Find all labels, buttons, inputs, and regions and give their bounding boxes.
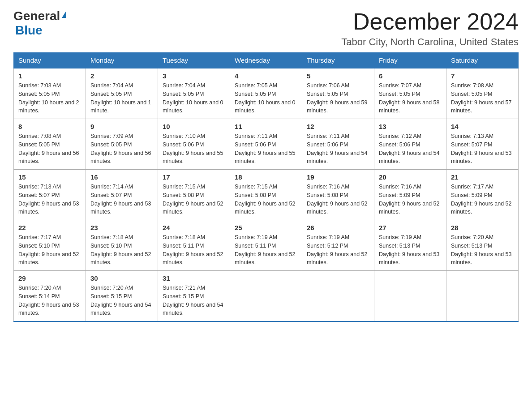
day-info: Sunrise: 7:19 AMSunset: 5:13 PMDaylight:… [379,233,442,267]
calendar-cell: 8Sunrise: 7:08 AMSunset: 5:05 PMDaylight… [14,119,86,170]
day-number: 21 [451,173,514,181]
day-number: 12 [307,123,369,130]
calendar-cell: 30Sunrise: 7:20 AMSunset: 5:15 PMDayligh… [86,271,158,322]
calendar-week-row: 8Sunrise: 7:08 AMSunset: 5:05 PMDaylight… [14,119,519,170]
calendar-cell: 18Sunrise: 7:15 AMSunset: 5:08 PMDayligh… [230,170,302,220]
day-number: 2 [90,72,153,80]
day-number: 11 [235,123,297,130]
day-number: 13 [379,123,442,130]
col-sunday: Sunday [14,53,86,68]
day-info: Sunrise: 7:09 AMSunset: 5:05 PMDaylight:… [90,132,153,166]
day-info: Sunrise: 7:15 AMSunset: 5:08 PMDaylight:… [163,183,225,216]
calendar-cell: 19Sunrise: 7:16 AMSunset: 5:08 PMDayligh… [302,170,374,220]
day-info: Sunrise: 7:10 AMSunset: 5:06 PMDaylight:… [163,132,225,166]
calendar-cell: 28Sunrise: 7:20 AMSunset: 5:13 PMDayligh… [446,220,519,271]
title-section: December 2024 Tabor City, North Carolina… [341,9,519,48]
col-tuesday: Tuesday [158,53,230,68]
calendar-cell: 31Sunrise: 7:21 AMSunset: 5:15 PMDayligh… [158,271,230,322]
calendar-cell: 29Sunrise: 7:20 AMSunset: 5:14 PMDayligh… [14,271,86,322]
day-number: 4 [235,72,297,80]
calendar-cell: 10Sunrise: 7:10 AMSunset: 5:06 PMDayligh… [158,119,230,170]
calendar-cell [374,271,446,322]
day-info: Sunrise: 7:07 AMSunset: 5:05 PMDaylight:… [379,81,442,115]
day-number: 30 [90,274,153,282]
day-number: 1 [18,72,81,80]
calendar-cell: 4Sunrise: 7:05 AMSunset: 5:05 PMDaylight… [230,68,302,119]
location-title: Tabor City, North Carolina, United State… [341,36,519,48]
day-info: Sunrise: 7:11 AMSunset: 5:06 PMDaylight:… [307,132,369,166]
calendar-cell: 16Sunrise: 7:14 AMSunset: 5:07 PMDayligh… [86,170,158,220]
calendar-week-row: 29Sunrise: 7:20 AMSunset: 5:14 PMDayligh… [14,271,519,322]
calendar-cell [302,271,374,322]
day-info: Sunrise: 7:17 AMSunset: 5:09 PMDaylight:… [451,183,514,216]
day-info: Sunrise: 7:14 AMSunset: 5:07 PMDaylight:… [90,183,153,216]
calendar-cell: 7Sunrise: 7:08 AMSunset: 5:05 PMDaylight… [446,68,519,119]
day-number: 9 [90,123,153,130]
day-number: 29 [18,274,81,282]
logo-blue-text: Blue [15,23,43,37]
day-number: 7 [451,72,514,80]
col-wednesday: Wednesday [230,53,302,68]
col-saturday: Saturday [446,53,519,68]
day-info: Sunrise: 7:11 AMSunset: 5:06 PMDaylight:… [235,132,297,166]
col-thursday: Thursday [302,53,374,68]
day-info: Sunrise: 7:05 AMSunset: 5:05 PMDaylight:… [235,81,297,115]
calendar-cell: 25Sunrise: 7:19 AMSunset: 5:11 PMDayligh… [230,220,302,271]
day-number: 3 [163,72,225,80]
day-info: Sunrise: 7:20 AMSunset: 5:15 PMDaylight:… [90,284,153,317]
day-info: Sunrise: 7:19 AMSunset: 5:11 PMDaylight:… [235,233,297,267]
logo: General Blue [13,9,66,38]
day-number: 15 [18,173,81,181]
day-info: Sunrise: 7:16 AMSunset: 5:08 PMDaylight:… [307,183,369,216]
day-number: 24 [163,224,225,231]
day-info: Sunrise: 7:13 AMSunset: 5:07 PMDaylight:… [18,183,81,216]
day-info: Sunrise: 7:17 AMSunset: 5:10 PMDaylight:… [18,233,81,267]
day-info: Sunrise: 7:04 AMSunset: 5:05 PMDaylight:… [163,81,225,115]
day-info: Sunrise: 7:08 AMSunset: 5:05 PMDaylight:… [451,81,514,115]
calendar-cell: 24Sunrise: 7:18 AMSunset: 5:11 PMDayligh… [158,220,230,271]
calendar-cell: 27Sunrise: 7:19 AMSunset: 5:13 PMDayligh… [374,220,446,271]
day-number: 25 [235,224,297,231]
calendar-cell: 12Sunrise: 7:11 AMSunset: 5:06 PMDayligh… [302,119,374,170]
calendar-cell: 26Sunrise: 7:19 AMSunset: 5:12 PMDayligh… [302,220,374,271]
calendar-week-row: 22Sunrise: 7:17 AMSunset: 5:10 PMDayligh… [14,220,519,271]
day-number: 18 [235,173,297,181]
calendar-cell: 23Sunrise: 7:18 AMSunset: 5:10 PMDayligh… [86,220,158,271]
calendar-table: Sunday Monday Tuesday Wednesday Thursday… [13,52,519,322]
col-monday: Monday [86,53,158,68]
calendar-cell: 11Sunrise: 7:11 AMSunset: 5:06 PMDayligh… [230,119,302,170]
calendar-cell: 20Sunrise: 7:16 AMSunset: 5:09 PMDayligh… [374,170,446,220]
day-number: 10 [163,123,225,130]
calendar-cell: 3Sunrise: 7:04 AMSunset: 5:05 PMDaylight… [158,68,230,119]
day-number: 31 [163,274,225,282]
day-info: Sunrise: 7:03 AMSunset: 5:05 PMDaylight:… [18,81,81,115]
calendar-cell: 5Sunrise: 7:06 AMSunset: 5:05 PMDaylight… [302,68,374,119]
day-info: Sunrise: 7:18 AMSunset: 5:11 PMDaylight:… [163,233,225,267]
day-number: 14 [451,123,514,130]
calendar-cell: 9Sunrise: 7:09 AMSunset: 5:05 PMDaylight… [86,119,158,170]
calendar-cell: 21Sunrise: 7:17 AMSunset: 5:09 PMDayligh… [446,170,519,220]
logo-general-text: General [13,9,60,23]
day-info: Sunrise: 7:08 AMSunset: 5:05 PMDaylight:… [18,132,81,166]
day-number: 6 [379,72,442,80]
calendar-cell: 14Sunrise: 7:13 AMSunset: 5:07 PMDayligh… [446,119,519,170]
calendar-week-row: 15Sunrise: 7:13 AMSunset: 5:07 PMDayligh… [14,170,519,220]
day-number: 23 [90,224,153,231]
day-number: 20 [379,173,442,181]
page-header: General Blue December 2024 Tabor City, N… [13,9,519,48]
day-number: 16 [90,173,153,181]
calendar-week-row: 1Sunrise: 7:03 AMSunset: 5:05 PMDaylight… [14,68,519,119]
day-info: Sunrise: 7:18 AMSunset: 5:10 PMDaylight:… [90,233,153,267]
day-number: 27 [379,224,442,231]
day-info: Sunrise: 7:21 AMSunset: 5:15 PMDaylight:… [163,284,225,317]
day-number: 5 [307,72,369,80]
day-number: 8 [18,123,81,130]
calendar-cell: 1Sunrise: 7:03 AMSunset: 5:05 PMDaylight… [14,68,86,119]
day-number: 28 [451,224,514,231]
day-info: Sunrise: 7:20 AMSunset: 5:13 PMDaylight:… [451,233,514,267]
calendar-cell: 22Sunrise: 7:17 AMSunset: 5:10 PMDayligh… [14,220,86,271]
calendar-cell [230,271,302,322]
calendar-cell: 15Sunrise: 7:13 AMSunset: 5:07 PMDayligh… [14,170,86,220]
day-info: Sunrise: 7:20 AMSunset: 5:14 PMDaylight:… [18,284,81,317]
day-info: Sunrise: 7:15 AMSunset: 5:08 PMDaylight:… [235,183,297,216]
